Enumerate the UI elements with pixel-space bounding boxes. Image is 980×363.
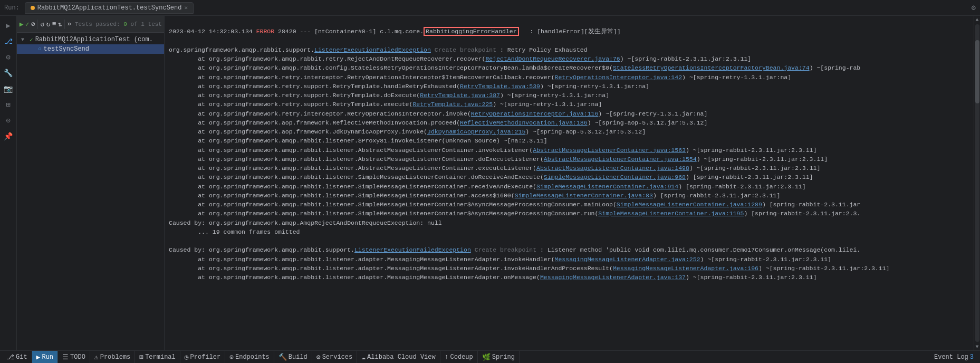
log-line-15: at org.springframework.amqp.rabbit.liste… bbox=[169, 174, 813, 180]
highlighted-class: RabbitLoggingErrorHandler bbox=[424, 27, 519, 36]
git-icon: ⎇ bbox=[6, 353, 14, 361]
exception-link-2[interactable]: ListenerExecutionFailedException bbox=[354, 246, 471, 253]
title-tab[interactable]: RabbitMQ12ApplicationTest.testSyncSend ✕ bbox=[25, 2, 194, 14]
codeup-label: Codeup bbox=[450, 354, 473, 361]
scroll-up-arrow[interactable]: ▲ bbox=[974, 16, 981, 23]
tab-indicator bbox=[31, 6, 35, 10]
log-line-1: org.springframework.amqp.rabbit.support.… bbox=[169, 46, 588, 53]
link-20[interactable]: MessagingMessageListenerAdapter.java:252 bbox=[555, 256, 700, 263]
test-tree: ▼ ✓ RabbitMQ12ApplicationTest (com. ○ te… bbox=[17, 33, 164, 350]
child-icon: ○ bbox=[38, 46, 42, 52]
log-output[interactable]: 2023-04-12 14:32:03.134 ERROR 28420 --- … bbox=[165, 16, 974, 350]
exception-link-1[interactable]: ListenerExecutionFailedException bbox=[314, 46, 431, 53]
sidebar-git-icon[interactable]: ⎇ bbox=[1, 34, 16, 49]
child-label: testSyncSend bbox=[44, 45, 89, 53]
problems-icon: ⚠ bbox=[94, 353, 99, 361]
link-21[interactable]: MessagingMessageListenerAdapter.java:196 bbox=[613, 265, 758, 272]
profiler-icon: ◷ bbox=[185, 353, 189, 361]
root-icon: ✓ bbox=[30, 36, 33, 43]
status-problems[interactable]: ⚠ Problems bbox=[90, 351, 135, 363]
status-codeup[interactable]: ↑ Codeup bbox=[440, 351, 478, 363]
sidebar-settings-icon[interactable]: ⚙ bbox=[1, 50, 16, 64]
tree-item-root[interactable]: ▼ ✓ RabbitMQ12ApplicationTest (com. bbox=[17, 35, 164, 44]
link-17[interactable]: SimpleMessageListenerContainer.java:83 bbox=[515, 192, 653, 199]
link-2[interactable]: RejectAndDontRequeueRecoverer.java:76 bbox=[485, 55, 620, 62]
sidebar-login-icon[interactable]: ⊙ bbox=[1, 113, 16, 128]
status-profiler[interactable]: ◷ Profiler bbox=[180, 351, 225, 363]
services-label: Services bbox=[322, 354, 353, 361]
sidebar-run-icon[interactable]: ▶ bbox=[1, 18, 16, 33]
status-run[interactable]: ▶ Run bbox=[32, 351, 58, 363]
settings-icon[interactable]: ⚙ bbox=[972, 3, 976, 12]
link-12[interactable]: AbstractMessageListenerContainer.java:15… bbox=[533, 147, 686, 154]
sidebar-camera-icon[interactable]: 📷 bbox=[1, 81, 16, 96]
spring-icon: 🌿 bbox=[482, 353, 491, 361]
terminal-label: Terminal bbox=[145, 354, 176, 361]
scroll-down-arrow[interactable]: ▼ bbox=[974, 343, 981, 350]
alibaba-icon: ☁ bbox=[361, 353, 366, 361]
build-label: Build bbox=[289, 354, 308, 361]
link-5[interactable]: RetryTemplate.java:539 bbox=[460, 83, 540, 90]
link-15[interactable]: SimpleMessageListenerContainer.java:968 bbox=[544, 174, 686, 180]
sidebar-pin-icon[interactable]: 📌 bbox=[1, 129, 16, 144]
status-git[interactable]: ⎇ Git bbox=[2, 351, 32, 363]
log-line-4: at org.springframework.retry.interceptor… bbox=[169, 74, 791, 81]
spring-label: Spring bbox=[492, 354, 515, 361]
run-button[interactable]: ▶ bbox=[19, 18, 24, 31]
stop-button[interactable]: ⊘ bbox=[31, 18, 35, 31]
log-line-5: at org.springframework.retry.support.Ret… bbox=[169, 83, 649, 90]
rerun-button[interactable]: ↺ bbox=[40, 18, 45, 31]
codeup-icon: ↑ bbox=[445, 353, 449, 361]
log-line-22: at org.springframework.amqp.rabbit.liste… bbox=[169, 274, 816, 281]
sidebar-structure-icon[interactable]: ⊞ bbox=[1, 97, 16, 112]
tree-item-child[interactable]: ○ testSyncSend bbox=[17, 44, 164, 54]
git-label: Git bbox=[16, 354, 27, 361]
status-services[interactable]: ⚙ Services bbox=[312, 351, 357, 363]
link-13[interactable]: AbstractMessageListenerContainer.java:15… bbox=[544, 156, 697, 163]
log-line-8: at org.springframework.retry.interceptor… bbox=[169, 110, 707, 117]
link-16[interactable]: SimpleMessageListenerContainer.java:914 bbox=[536, 183, 678, 190]
link-9[interactable]: ReflectiveMethodInvocation.java:186 bbox=[460, 119, 588, 126]
tab-close-icon[interactable]: ✕ bbox=[184, 4, 188, 11]
status-endpoints[interactable]: ⊙ Endpoints bbox=[225, 351, 274, 363]
sort-desc-button[interactable]: ⇅ bbox=[57, 18, 62, 31]
sidebar-tools-icon[interactable]: 🔧 bbox=[1, 65, 16, 80]
link-14[interactable]: AbstractMessageListenerContainer.java:14… bbox=[536, 165, 689, 171]
test-toolbar: ▶ ✓ ⊘ ↺ ↻ ≡ ⇅ » Tests passed: 0 of 1 tes… bbox=[17, 16, 164, 33]
event-log-count: 3 bbox=[970, 354, 974, 361]
link-8[interactable]: RetryOperationsInterceptor.java:116 bbox=[471, 110, 599, 117]
status-terminal[interactable]: ⊞ Terminal bbox=[135, 351, 180, 363]
event-log-label: Event Log bbox=[934, 354, 968, 361]
main-layout: ▶ ⎇ ⚙ 🔧 📷 ⊞ ⊙ 📌 ▶ ✓ ⊘ ↺ ↻ ≡ ⇅ » Tests pa… bbox=[0, 16, 980, 350]
status-spring[interactable]: 🌿 Spring bbox=[478, 351, 520, 363]
tests-passed-label: Tests passed: 0 of 1 test bbox=[75, 21, 162, 27]
rerun-failed-button[interactable]: ↻ bbox=[46, 18, 51, 31]
log-line-6: at org.springframework.retry.support.Ret… bbox=[169, 92, 609, 99]
link-4[interactable]: RetryOperationsInterceptor.java:142 bbox=[555, 74, 683, 81]
more-button[interactable]: » bbox=[67, 18, 72, 31]
tab-title: RabbitMQ12ApplicationTest.testSyncSend bbox=[37, 4, 182, 12]
link-6[interactable]: RetryTemplate.java:387 bbox=[420, 92, 500, 99]
link-7[interactable]: RetryTemplate.java:225 bbox=[412, 101, 493, 108]
link-18[interactable]: SimpleMessageListenerContainer.java:1289 bbox=[617, 201, 762, 208]
content-area: 2023-04-12 14:32:03.134 ERROR 28420 --- … bbox=[165, 16, 974, 350]
status-todo[interactable]: ☰ TODO bbox=[58, 351, 90, 363]
link-10[interactable]: JdkDynamicAopProxy.java:215 bbox=[427, 128, 525, 135]
status-build[interactable]: 🔨 Build bbox=[274, 351, 312, 363]
log-line-2: at org.springframework.amqp.rabbit.retry… bbox=[169, 55, 751, 62]
link-3[interactable]: StatelessRetryOperationsInterceptorFacto… bbox=[613, 64, 810, 71]
log-caused-2: Caused by: org.springframework.amqp.rabb… bbox=[169, 246, 860, 253]
alibaba-label: Alibaba Cloud View bbox=[367, 354, 436, 361]
endpoints-label: Endpoints bbox=[235, 354, 270, 361]
link-19[interactable]: SimpleMessageListenerContainer.java:1195 bbox=[598, 210, 744, 217]
right-scrollbar: ▲ ▼ bbox=[974, 16, 980, 350]
log-line-16: at org.springframework.amqp.rabbit.liste… bbox=[169, 183, 806, 190]
link-22[interactable]: MessagingMessageListenerAdapter.java:137 bbox=[540, 274, 686, 281]
scroll-track[interactable] bbox=[975, 24, 979, 342]
status-alibaba[interactable]: ☁ Alibaba Cloud View bbox=[357, 351, 440, 363]
sort-asc-button[interactable]: ≡ bbox=[52, 18, 56, 31]
run-icon: ▶ bbox=[36, 353, 41, 361]
check-button[interactable]: ✓ bbox=[25, 18, 30, 31]
event-log[interactable]: Event Log 3 bbox=[930, 354, 978, 361]
log-line-3: at org.springframework.amqp.rabbit.confi… bbox=[169, 64, 860, 71]
